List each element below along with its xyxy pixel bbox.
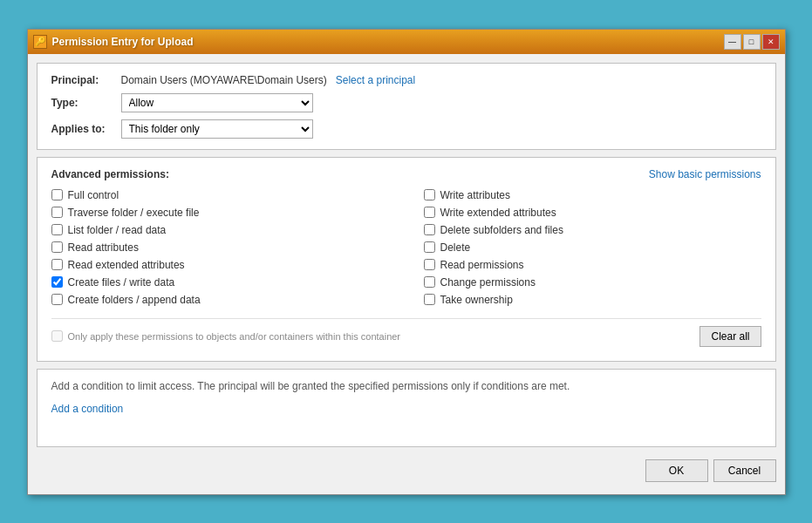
read-permissions-checkbox[interactable] — [424, 259, 435, 270]
delete-subfolders-checkbox[interactable] — [424, 224, 435, 235]
identity-section: Principal: Domain Users (MOYAWARE\Domain… — [37, 63, 776, 150]
perm-read-attributes: Read attributes — [51, 241, 389, 254]
change-permissions-label[interactable]: Change permissions — [440, 276, 536, 289]
permissions-grid: Full control Traverse folder / execute f… — [51, 189, 761, 311]
read-permissions-label[interactable]: Read permissions — [440, 259, 524, 271]
full-control-checkbox[interactable] — [51, 189, 63, 200]
restore-button[interactable]: □ — [743, 34, 761, 50]
window-title: Permission Entry for Upload — [52, 36, 194, 48]
permissions-right-col: Write attributes Write extended attribut… — [424, 189, 761, 311]
read-extended-attributes-label[interactable]: Read extended attributes — [68, 259, 185, 271]
perm-create-files: Create files / write data — [51, 276, 389, 289]
applies-to-row: Applies to: This folder only This folder… — [51, 119, 761, 139]
condition-description: Add a condition to limit access. The pri… — [51, 380, 761, 392]
delete-label[interactable]: Delete — [440, 241, 471, 254]
traverse-folder-checkbox[interactable] — [51, 207, 63, 218]
titlebar-buttons: — □ ✕ — [724, 34, 780, 50]
condition-section: Add a condition to limit access. The pri… — [37, 369, 776, 447]
perm-list-folder: List folder / read data — [51, 224, 389, 236]
apply-objects-checkbox[interactable] — [51, 330, 63, 342]
perm-delete-subfolders: Delete subfolders and files — [424, 224, 761, 236]
perm-delete: Delete — [424, 241, 761, 254]
list-folder-checkbox[interactable] — [51, 224, 63, 235]
minimize-button[interactable]: — — [724, 34, 741, 50]
apply-container: Only apply these permissions to objects … — [51, 318, 761, 350]
show-basic-link[interactable]: Show basic permissions — [649, 168, 761, 180]
take-ownership-checkbox[interactable] — [424, 294, 435, 305]
clear-all-button[interactable]: Clear all — [699, 326, 761, 347]
principal-value: Domain Users (MOYAWARE\Domain Users) — [121, 74, 327, 86]
applies-to-label: Applies to: — [51, 123, 121, 135]
perm-take-ownership: Take ownership — [424, 294, 761, 306]
apply-objects-label: Only apply these permissions to objects … — [68, 331, 401, 342]
type-row: Type: Allow Deny — [51, 93, 761, 112]
applies-to-select[interactable]: This folder only This folder, subfolders… — [121, 119, 313, 139]
read-extended-attributes-checkbox[interactable] — [51, 259, 63, 270]
delete-checkbox[interactable] — [424, 241, 435, 253]
apply-checkbox-row: Only apply these permissions to objects … — [51, 330, 401, 342]
permissions-section: Advanced permissions: Show basic permiss… — [37, 157, 776, 362]
delete-subfolders-label[interactable]: Delete subfolders and files — [440, 224, 563, 236]
perm-change-permissions: Change permissions — [424, 276, 761, 289]
create-folders-label[interactable]: Create folders / append data — [68, 294, 201, 306]
read-attributes-label[interactable]: Read attributes — [68, 241, 139, 254]
footer-buttons: OK Cancel — [37, 454, 776, 486]
dialog-window: 🔑 Permission Entry for Upload — □ ✕ Prin… — [27, 29, 786, 495]
permissions-title: Advanced permissions: — [51, 168, 169, 180]
list-folder-label[interactable]: List folder / read data — [68, 224, 167, 236]
write-attributes-checkbox[interactable] — [424, 189, 435, 200]
window-icon: 🔑 — [33, 35, 47, 49]
write-extended-attributes-checkbox[interactable] — [424, 207, 435, 218]
select-principal-link[interactable]: Select a principal — [336, 74, 415, 86]
principal-label: Principal: — [51, 74, 121, 86]
ok-button[interactable]: OK — [645, 459, 708, 482]
perm-write-extended-attributes: Write extended attributes — [424, 207, 761, 219]
write-extended-attributes-label[interactable]: Write extended attributes — [440, 207, 556, 219]
change-permissions-checkbox[interactable] — [424, 276, 435, 288]
write-attributes-label[interactable]: Write attributes — [440, 189, 510, 201]
read-attributes-checkbox[interactable] — [51, 241, 63, 253]
full-control-label[interactable]: Full control — [68, 189, 119, 201]
type-select[interactable]: Allow Deny — [121, 93, 313, 112]
create-files-label[interactable]: Create files / write data — [68, 276, 175, 289]
permissions-left-col: Full control Traverse folder / execute f… — [51, 189, 389, 311]
create-folders-checkbox[interactable] — [51, 294, 63, 305]
titlebar-left: 🔑 Permission Entry for Upload — [33, 35, 194, 49]
perm-create-folders: Create folders / append data — [51, 294, 389, 306]
perm-write-attributes: Write attributes — [424, 189, 761, 201]
traverse-folder-label[interactable]: Traverse folder / execute file — [68, 207, 200, 219]
perm-traverse-folder: Traverse folder / execute file — [51, 207, 389, 219]
add-condition-link[interactable]: Add a condition — [51, 403, 124, 415]
cancel-button[interactable]: Cancel — [713, 459, 776, 482]
titlebar: 🔑 Permission Entry for Upload — □ ✕ — [28, 30, 785, 54]
window-body: Principal: Domain Users (MOYAWARE\Domain… — [28, 54, 785, 494]
perm-read-extended-attributes: Read extended attributes — [51, 259, 389, 271]
create-files-checkbox[interactable] — [51, 276, 63, 288]
take-ownership-label[interactable]: Take ownership — [440, 294, 513, 306]
close-button[interactable]: ✕ — [762, 34, 780, 50]
perm-full-control: Full control — [51, 189, 389, 201]
principal-row: Principal: Domain Users (MOYAWARE\Domain… — [51, 74, 761, 86]
perm-read-permissions: Read permissions — [424, 259, 761, 271]
type-label: Type: — [51, 97, 121, 109]
permissions-header: Advanced permissions: Show basic permiss… — [51, 168, 761, 180]
